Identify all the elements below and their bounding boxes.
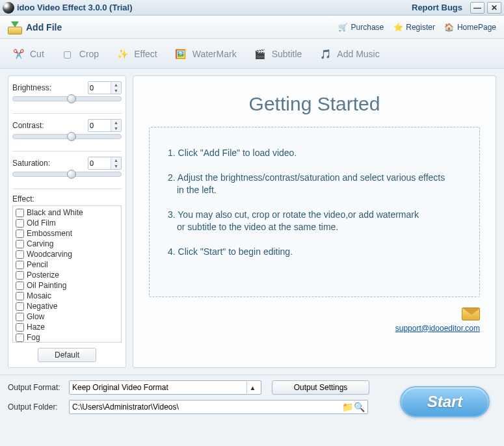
effect-checkbox[interactable]	[16, 323, 24, 332]
minimize-button[interactable]: —	[470, 2, 484, 14]
effect-checkbox[interactable]	[16, 209, 24, 217]
effect-checkbox[interactable]	[16, 261, 24, 269]
start-button[interactable]: Start	[400, 386, 490, 417]
watermark-label: WaterMark	[192, 49, 237, 59]
effect-name: Negative	[27, 302, 57, 311]
home-icon: 🏠	[444, 22, 455, 33]
crop-tool[interactable]: ▢ Crop	[60, 46, 99, 62]
saturation-up[interactable]: ▲	[111, 157, 121, 163]
homepage-link[interactable]: 🏠 HomePage	[444, 22, 496, 33]
step-1: 1. Click "Add File" to load video.	[168, 147, 461, 160]
brightness-slider[interactable]	[12, 96, 122, 101]
cut-label: Cut	[30, 49, 44, 59]
app-logo-icon	[3, 2, 14, 14]
effect-checkbox[interactable]	[16, 219, 24, 228]
browse-folder-icon[interactable]: 📁	[341, 401, 353, 413]
effect-name: Posterize	[27, 270, 59, 280]
step-3: 3. You may also cut, crop or rotate the …	[168, 209, 461, 234]
effect-item[interactable]: Oil Painting	[16, 280, 118, 291]
open-folder-icon[interactable]: 🔍	[353, 401, 365, 413]
preview-panel: Getting Started 1. Click "Add File" to l…	[133, 75, 496, 368]
brightness-control: Brightness: ▲▼	[12, 81, 122, 107]
effect-item[interactable]: Old Film	[16, 218, 118, 228]
effect-checkbox[interactable]	[16, 230, 24, 238]
saturation-down[interactable]: ▼	[111, 163, 121, 169]
register-link[interactable]: ⭐ Register	[393, 22, 435, 33]
effect-checkbox[interactable]	[16, 302, 24, 311]
music-icon: 🎵	[317, 46, 333, 62]
effect-item[interactable]: Posterize	[16, 270, 118, 280]
effect-name: Oil Painting	[27, 281, 66, 290]
effect-checkbox[interactable]	[16, 282, 24, 290]
contrast-slider[interactable]	[12, 134, 122, 139]
effect-checkbox[interactable]	[16, 292, 24, 300]
effect-checkbox[interactable]	[16, 250, 24, 259]
star-icon: ⭐	[393, 22, 403, 33]
effect-item[interactable]: Mosaic	[16, 291, 118, 301]
effect-item[interactable]: Negative	[16, 301, 118, 311]
saturation-spinner[interactable]: ▲▼	[88, 157, 122, 170]
menubar: Add File 🛒 Purchase ⭐ Register 🏠 HomePag…	[0, 16, 504, 39]
output-folder-field[interactable]: 📁 🔍	[69, 400, 368, 414]
contrast-label: Contrast:	[12, 121, 44, 130]
effect-checkbox[interactable]	[16, 313, 24, 321]
saturation-value[interactable]	[88, 159, 111, 167]
getting-started-title: Getting Started	[149, 93, 480, 115]
default-button[interactable]: Default	[38, 348, 96, 362]
cut-tool[interactable]: ✂️ Cut	[10, 46, 44, 62]
watermark-icon: 🖼️	[173, 46, 189, 62]
brightness-up[interactable]: ▲	[111, 82, 121, 88]
bottom-bar: Output Format: Keep Original Video Forma…	[0, 374, 504, 426]
contrast-up[interactable]: ▲	[111, 120, 121, 125]
scissors-icon: ✂️	[10, 46, 26, 62]
effect-item[interactable]: Haze	[16, 322, 118, 332]
effect-item[interactable]: Pencil	[16, 259, 118, 270]
saturation-slider[interactable]	[12, 172, 122, 177]
effect-checkbox[interactable]	[16, 271, 24, 280]
brightness-spinner[interactable]: ▲▼	[88, 81, 122, 94]
contrast-control: Contrast: ▲▼	[12, 119, 122, 144]
contrast-down[interactable]: ▼	[111, 125, 121, 131]
report-bugs-link[interactable]: Report Bugs	[412, 3, 462, 12]
effect-name: Old Film	[27, 218, 56, 228]
mail-icon	[462, 308, 480, 321]
effect-list[interactable]: Black and WhiteOld FilmEmbossmentCarving…	[12, 205, 122, 343]
effect-name: Mosaic	[27, 291, 51, 300]
effect-label: Effect	[134, 49, 157, 59]
step-2: 2. Adjust the brightness/contrast/satura…	[168, 172, 461, 197]
support-email-link[interactable]: support@idooeditor.com	[149, 324, 480, 333]
effect-name: Pencil	[27, 260, 48, 269]
output-format-label: Output Format:	[8, 383, 64, 392]
brightness-down[interactable]: ▼	[111, 88, 121, 94]
output-folder-input[interactable]	[72, 402, 341, 412]
purchase-link[interactable]: 🛒 Purchase	[338, 22, 384, 33]
output-settings-button[interactable]: Output Settings	[272, 380, 369, 395]
effect-item[interactable]: Carving	[16, 239, 118, 249]
effect-name: Haze	[27, 322, 45, 332]
saturation-control: Saturation: ▲▼	[12, 157, 122, 182]
crop-label: Crop	[79, 49, 99, 59]
effect-item[interactable]: Fog	[16, 332, 118, 343]
toolbar: ✂️ Cut ▢ Crop ✨ Effect 🖼️ WaterMark 🎬 Su…	[0, 39, 504, 69]
close-button[interactable]: ✕	[487, 2, 501, 14]
brightness-value[interactable]	[88, 84, 111, 92]
subtitle-tool[interactable]: 🎬 Subtitle	[252, 46, 302, 62]
subtitle-icon: 🎬	[252, 46, 268, 62]
effect-item[interactable]: Black and White	[16, 207, 118, 218]
effect-item[interactable]: Woodcarving	[16, 249, 118, 259]
contrast-value[interactable]	[88, 122, 111, 129]
add-music-tool[interactable]: 🎵 Add Music	[317, 46, 379, 62]
effect-checkbox[interactable]	[16, 240, 24, 248]
effect-checkbox[interactable]	[16, 334, 24, 342]
contrast-spinner[interactable]: ▲▼	[88, 119, 122, 132]
window-title: idoo Video Effect 3.0.0 (Trial)	[17, 3, 412, 12]
effect-name: Carving	[27, 239, 53, 248]
watermark-tool[interactable]: 🖼️ WaterMark	[173, 46, 237, 62]
effect-item[interactable]: Embossment	[16, 228, 118, 239]
register-label: Register	[406, 23, 435, 32]
add-file-button[interactable]: Add File	[8, 20, 62, 34]
effect-tool[interactable]: ✨ Effect	[114, 46, 157, 62]
effect-item[interactable]: Glow	[16, 311, 118, 322]
output-format-combo[interactable]: Keep Original Video Format ▲	[69, 380, 261, 395]
add-music-label: Add Music	[337, 49, 379, 59]
